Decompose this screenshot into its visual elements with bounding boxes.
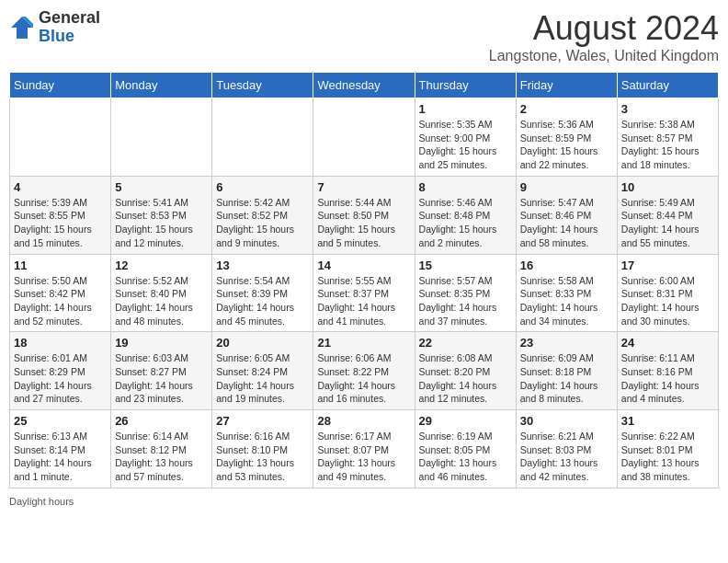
weekday-header-sunday: Sunday	[10, 73, 111, 98]
day-number-22: 22	[419, 336, 512, 350]
day-number-1: 1	[419, 102, 512, 116]
day-info-14: Sunrise: 5:55 AM Sunset: 8:37 PM Dayligh…	[317, 274, 410, 328]
day-info-6: Sunrise: 5:42 AM Sunset: 8:52 PM Dayligh…	[216, 196, 309, 250]
calendar-cell-5: 5Sunrise: 5:41 AM Sunset: 8:53 PM Daylig…	[111, 176, 212, 254]
calendar-cell-29: 29Sunrise: 6:19 AM Sunset: 8:05 PM Dayli…	[415, 410, 516, 488]
calendar-cell-26: 26Sunrise: 6:14 AM Sunset: 8:12 PM Dayli…	[111, 410, 212, 488]
calendar-cell-16: 16Sunrise: 5:58 AM Sunset: 8:33 PM Dayli…	[516, 254, 617, 332]
day-info-27: Sunrise: 6:16 AM Sunset: 8:10 PM Dayligh…	[216, 430, 309, 484]
calendar-cell-20: 20Sunrise: 6:05 AM Sunset: 8:24 PM Dayli…	[212, 332, 313, 410]
calendar-cell-14: 14Sunrise: 5:55 AM Sunset: 8:37 PM Dayli…	[313, 254, 415, 332]
day-info-17: Sunrise: 6:00 AM Sunset: 8:31 PM Dayligh…	[621, 274, 714, 328]
day-number-2: 2	[520, 102, 613, 116]
header: General Blue August 2024 Langstone, Wale…	[9, 9, 719, 64]
calendar-cell-25: 25Sunrise: 6:13 AM Sunset: 8:14 PM Dayli…	[10, 410, 111, 488]
day-number-4: 4	[14, 180, 107, 194]
calendar-cell-11: 11Sunrise: 5:50 AM Sunset: 8:42 PM Dayli…	[10, 254, 111, 332]
day-number-6: 6	[216, 180, 309, 194]
day-number-15: 15	[419, 259, 512, 272]
day-number-12: 12	[115, 259, 208, 272]
calendar-cell-21: 21Sunrise: 6:06 AM Sunset: 8:22 PM Dayli…	[313, 332, 415, 410]
day-info-18: Sunrise: 6:01 AM Sunset: 8:29 PM Dayligh…	[14, 351, 107, 406]
day-number-16: 16	[520, 259, 613, 272]
day-info-29: Sunrise: 6:19 AM Sunset: 8:05 PM Dayligh…	[419, 430, 512, 484]
weekday-header-row: SundayMondayTuesdayWednesdayThursdayFrid…	[10, 73, 719, 98]
calendar-cell-2: 2Sunrise: 5:36 AM Sunset: 8:59 PM Daylig…	[516, 98, 617, 177]
logo: General Blue	[9, 9, 100, 46]
day-number-19: 19	[115, 336, 208, 350]
day-info-15: Sunrise: 5:57 AM Sunset: 8:35 PM Dayligh…	[419, 274, 512, 328]
day-number-14: 14	[317, 259, 410, 272]
calendar-cell-22: 22Sunrise: 6:08 AM Sunset: 8:20 PM Dayli…	[415, 332, 516, 410]
day-info-30: Sunrise: 6:21 AM Sunset: 8:03 PM Dayligh…	[520, 430, 613, 484]
week-row-1: 4Sunrise: 5:39 AM Sunset: 8:55 PM Daylig…	[10, 176, 719, 254]
footer: Daylight hours	[9, 496, 719, 507]
logo-icon	[9, 15, 35, 40]
day-info-31: Sunrise: 6:22 AM Sunset: 8:01 PM Dayligh…	[621, 430, 714, 484]
calendar-cell-empty-0-1	[111, 98, 212, 177]
day-number-20: 20	[216, 336, 309, 350]
calendar-cell-8: 8Sunrise: 5:46 AM Sunset: 8:48 PM Daylig…	[415, 176, 516, 254]
calendar-cell-empty-0-0	[10, 98, 111, 177]
day-info-20: Sunrise: 6:05 AM Sunset: 8:24 PM Dayligh…	[216, 351, 309, 406]
day-number-18: 18	[14, 336, 107, 350]
calendar-table: SundayMondayTuesdayWednesdayThursdayFrid…	[9, 72, 719, 488]
calendar-cell-3: 3Sunrise: 5:38 AM Sunset: 8:57 PM Daylig…	[617, 98, 718, 177]
day-number-21: 21	[317, 336, 410, 350]
day-number-25: 25	[14, 414, 107, 428]
day-info-3: Sunrise: 5:38 AM Sunset: 8:57 PM Dayligh…	[621, 118, 714, 172]
day-info-12: Sunrise: 5:52 AM Sunset: 8:40 PM Dayligh…	[115, 274, 208, 328]
weekday-header-tuesday: Tuesday	[212, 73, 313, 98]
main-title: August 2024	[489, 9, 719, 48]
day-number-10: 10	[621, 180, 714, 194]
day-info-10: Sunrise: 5:49 AM Sunset: 8:44 PM Dayligh…	[621, 196, 714, 250]
logo-blue-text: Blue	[39, 27, 74, 45]
day-number-8: 8	[419, 180, 512, 194]
weekday-header-friday: Friday	[516, 73, 617, 98]
calendar-cell-9: 9Sunrise: 5:47 AM Sunset: 8:46 PM Daylig…	[516, 176, 617, 254]
calendar-cell-4: 4Sunrise: 5:39 AM Sunset: 8:55 PM Daylig…	[10, 176, 111, 254]
day-info-26: Sunrise: 6:14 AM Sunset: 8:12 PM Dayligh…	[115, 430, 208, 484]
day-info-5: Sunrise: 5:41 AM Sunset: 8:53 PM Dayligh…	[115, 196, 208, 250]
day-info-13: Sunrise: 5:54 AM Sunset: 8:39 PM Dayligh…	[216, 274, 309, 328]
day-number-3: 3	[621, 102, 714, 116]
day-info-9: Sunrise: 5:47 AM Sunset: 8:46 PM Dayligh…	[520, 196, 613, 250]
day-info-21: Sunrise: 6:06 AM Sunset: 8:22 PM Dayligh…	[317, 351, 410, 406]
day-number-9: 9	[520, 180, 613, 194]
title-area: August 2024 Langstone, Wales, United Kin…	[489, 9, 719, 64]
week-row-3: 18Sunrise: 6:01 AM Sunset: 8:29 PM Dayli…	[10, 332, 719, 410]
day-info-7: Sunrise: 5:44 AM Sunset: 8:50 PM Dayligh…	[317, 196, 410, 250]
day-number-7: 7	[317, 180, 410, 194]
calendar-cell-1: 1Sunrise: 5:35 AM Sunset: 9:00 PM Daylig…	[415, 98, 516, 177]
weekday-header-saturday: Saturday	[617, 73, 718, 98]
weekday-header-wednesday: Wednesday	[313, 73, 415, 98]
week-row-0: 1Sunrise: 5:35 AM Sunset: 9:00 PM Daylig…	[10, 98, 719, 177]
svg-marker-0	[11, 17, 33, 39]
week-row-4: 25Sunrise: 6:13 AM Sunset: 8:14 PM Dayli…	[10, 410, 719, 488]
calendar-cell-18: 18Sunrise: 6:01 AM Sunset: 8:29 PM Dayli…	[10, 332, 111, 410]
day-info-22: Sunrise: 6:08 AM Sunset: 8:20 PM Dayligh…	[419, 351, 512, 406]
day-number-11: 11	[14, 259, 107, 272]
day-number-23: 23	[520, 336, 613, 350]
day-number-26: 26	[115, 414, 208, 428]
subtitle: Langstone, Wales, United Kingdom	[489, 48, 719, 64]
day-number-5: 5	[115, 180, 208, 194]
calendar-cell-17: 17Sunrise: 6:00 AM Sunset: 8:31 PM Dayli…	[617, 254, 718, 332]
day-info-23: Sunrise: 6:09 AM Sunset: 8:18 PM Dayligh…	[520, 351, 613, 406]
calendar-cell-6: 6Sunrise: 5:42 AM Sunset: 8:52 PM Daylig…	[212, 176, 313, 254]
calendar-cell-27: 27Sunrise: 6:16 AM Sunset: 8:10 PM Dayli…	[212, 410, 313, 488]
calendar-cell-10: 10Sunrise: 5:49 AM Sunset: 8:44 PM Dayli…	[617, 176, 718, 254]
week-row-2: 11Sunrise: 5:50 AM Sunset: 8:42 PM Dayli…	[10, 254, 719, 332]
day-info-1: Sunrise: 5:35 AM Sunset: 9:00 PM Dayligh…	[419, 118, 512, 172]
day-info-24: Sunrise: 6:11 AM Sunset: 8:16 PM Dayligh…	[621, 351, 714, 406]
day-number-28: 28	[317, 414, 410, 428]
weekday-header-monday: Monday	[111, 73, 212, 98]
day-info-28: Sunrise: 6:17 AM Sunset: 8:07 PM Dayligh…	[317, 430, 410, 484]
calendar-cell-empty-0-3	[313, 98, 415, 177]
calendar-cell-19: 19Sunrise: 6:03 AM Sunset: 8:27 PM Dayli…	[111, 332, 212, 410]
calendar-cell-15: 15Sunrise: 5:57 AM Sunset: 8:35 PM Dayli…	[415, 254, 516, 332]
day-number-13: 13	[216, 259, 309, 272]
calendar-cell-28: 28Sunrise: 6:17 AM Sunset: 8:07 PM Dayli…	[313, 410, 415, 488]
calendar-cell-31: 31Sunrise: 6:22 AM Sunset: 8:01 PM Dayli…	[617, 410, 718, 488]
weekday-header-thursday: Thursday	[415, 73, 516, 98]
